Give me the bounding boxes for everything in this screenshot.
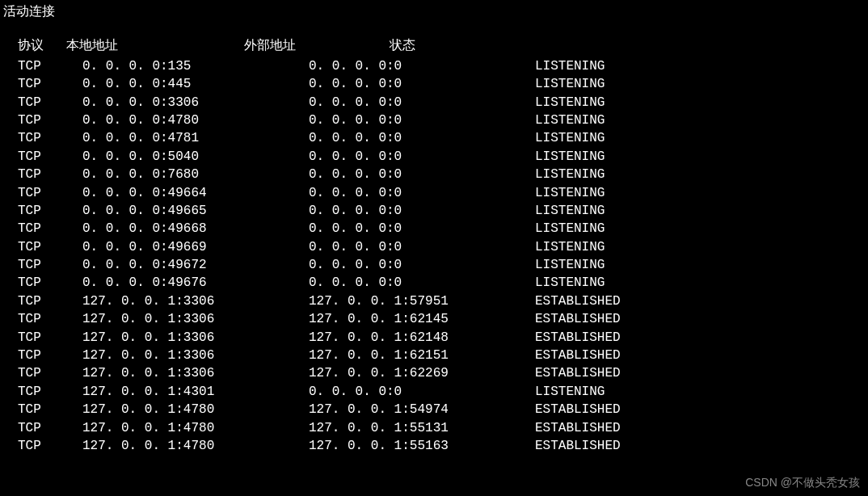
cell-state: ESTABLISHED bbox=[535, 401, 697, 418]
cell-state: LISTENING bbox=[535, 383, 697, 401]
table-row: TCP0. 0. 0. 0:496690. 0. 0. 0:0LISTENING bbox=[2, 238, 866, 256]
cell-protocol: TCP bbox=[18, 57, 82, 75]
cell-protocol: TCP bbox=[18, 75, 82, 93]
table-row: TCP0. 0. 0. 0:33060. 0. 0. 0:0LISTENING bbox=[2, 94, 866, 111]
cell-protocol: TCP bbox=[18, 94, 82, 111]
cell-state: LISTENING bbox=[535, 202, 697, 220]
cell-protocol: TCP bbox=[18, 202, 82, 220]
table-row: TCP127. 0. 0. 1:3306127. 0. 0. 1:62148ES… bbox=[2, 329, 866, 347]
cell-foreign-address: 127. 0. 0. 1:55131 bbox=[309, 419, 535, 437]
cell-protocol: TCP bbox=[18, 256, 82, 274]
cell-foreign-address: 0. 0. 0. 0:0 bbox=[309, 148, 535, 166]
cell-state: LISTENING bbox=[535, 220, 697, 237]
header-protocol: 协议 bbox=[18, 37, 66, 55]
cell-foreign-address: 0. 0. 0. 0:0 bbox=[309, 166, 535, 183]
cell-foreign-address: 0. 0. 0. 0:0 bbox=[309, 220, 535, 237]
cell-local-address: 0. 0. 0. 0:5040 bbox=[82, 148, 309, 166]
table-row: TCP0. 0. 0. 0:496650. 0. 0. 0:0LISTENING bbox=[2, 202, 866, 220]
cell-local-address: 0. 0. 0. 0:4781 bbox=[82, 129, 309, 147]
cell-protocol: TCP bbox=[18, 220, 82, 237]
cell-state: LISTENING bbox=[535, 166, 697, 183]
cell-protocol: TCP bbox=[18, 274, 82, 292]
table-row: TCP0. 0. 0. 0:496640. 0. 0. 0:0LISTENING bbox=[2, 184, 866, 202]
cell-local-address: 127. 0. 0. 1:3306 bbox=[82, 310, 309, 328]
table-row: TCP0. 0. 0. 0:1350. 0. 0. 0:0LISTENING bbox=[2, 57, 866, 75]
table-row: TCP127. 0. 0. 1:4780127. 0. 0. 1:55131ES… bbox=[2, 419, 866, 437]
cell-state: LISTENING bbox=[535, 238, 697, 256]
table-row: TCP127. 0. 0. 1:3306127. 0. 0. 1:62151ES… bbox=[2, 347, 866, 364]
cell-state: ESTABLISHED bbox=[535, 292, 697, 310]
table-row: TCP127. 0. 0. 1:3306127. 0. 0. 1:62145ES… bbox=[2, 310, 866, 328]
cell-state: LISTENING bbox=[535, 111, 697, 129]
cell-protocol: TCP bbox=[18, 383, 82, 401]
cell-foreign-address: 0. 0. 0. 0:0 bbox=[309, 57, 535, 75]
cell-local-address: 127. 0. 0. 1:4780 bbox=[82, 437, 309, 455]
cell-protocol: TCP bbox=[18, 401, 82, 418]
header-state: 状态 bbox=[390, 37, 551, 55]
cell-foreign-address: 0. 0. 0. 0:0 bbox=[309, 129, 535, 147]
cell-foreign-address: 127. 0. 0. 1:62269 bbox=[309, 364, 535, 382]
cell-foreign-address: 0. 0. 0. 0:0 bbox=[309, 238, 535, 256]
table-row: TCP127. 0. 0. 1:4780127. 0. 0. 1:54974ES… bbox=[2, 401, 866, 418]
cell-state: LISTENING bbox=[535, 184, 697, 202]
cell-local-address: 127. 0. 0. 1:3306 bbox=[82, 364, 309, 382]
cell-foreign-address: 0. 0. 0. 0:0 bbox=[309, 111, 535, 129]
table-row: TCP0. 0. 0. 0:47810. 0. 0. 0:0LISTENING bbox=[2, 129, 866, 147]
cell-protocol: TCP bbox=[18, 129, 82, 147]
table-row: TCP127. 0. 0. 1:3306127. 0. 0. 1:57951ES… bbox=[2, 292, 866, 310]
cell-protocol: TCP bbox=[18, 166, 82, 183]
cell-state: LISTENING bbox=[535, 94, 697, 111]
cell-foreign-address: 127. 0. 0. 1:62151 bbox=[309, 347, 535, 364]
cell-foreign-address: 0. 0. 0. 0:0 bbox=[309, 256, 535, 274]
cell-local-address: 0. 0. 0. 0:49665 bbox=[82, 202, 309, 220]
table-row: TCP0. 0. 0. 0:496720. 0. 0. 0:0LISTENING bbox=[2, 256, 866, 274]
cell-protocol: TCP bbox=[18, 111, 82, 129]
cell-protocol: TCP bbox=[18, 148, 82, 166]
cell-local-address: 0. 0. 0. 0:49669 bbox=[82, 238, 309, 256]
cell-local-address: 127. 0. 0. 1:3306 bbox=[82, 329, 309, 347]
table-row: TCP127. 0. 0. 1:43010. 0. 0. 0:0LISTENIN… bbox=[2, 383, 866, 401]
cell-state: LISTENING bbox=[535, 274, 697, 292]
table-header-row: 协议 本地地址 外部地址 状态 bbox=[2, 37, 866, 55]
cell-foreign-address: 0. 0. 0. 0:0 bbox=[309, 202, 535, 220]
cell-local-address: 0. 0. 0. 0:445 bbox=[82, 75, 309, 93]
cell-protocol: TCP bbox=[18, 310, 82, 328]
cell-state: LISTENING bbox=[535, 148, 697, 166]
cell-local-address: 127. 0. 0. 1:3306 bbox=[82, 292, 309, 310]
cell-local-address: 0. 0. 0. 0:135 bbox=[82, 57, 309, 75]
table-row: TCP0. 0. 0. 0:4450. 0. 0. 0:0LISTENING bbox=[2, 75, 866, 93]
cell-foreign-address: 127. 0. 0. 1:62148 bbox=[309, 329, 535, 347]
cell-foreign-address: 127. 0. 0. 1:62145 bbox=[309, 310, 535, 328]
header-foreign-address: 外部地址 bbox=[244, 37, 390, 55]
cell-local-address: 0. 0. 0. 0:49668 bbox=[82, 220, 309, 237]
cell-foreign-address: 0. 0. 0. 0:0 bbox=[309, 274, 535, 292]
cell-foreign-address: 0. 0. 0. 0:0 bbox=[309, 75, 535, 93]
cell-local-address: 0. 0. 0. 0:3306 bbox=[82, 94, 309, 111]
section-title: 活动连接 bbox=[2, 3, 866, 21]
table-row: TCP0. 0. 0. 0:496680. 0. 0. 0:0LISTENING bbox=[2, 220, 866, 237]
cell-local-address: 0. 0. 0. 0:49672 bbox=[82, 256, 309, 274]
cell-protocol: TCP bbox=[18, 364, 82, 382]
cell-local-address: 0. 0. 0. 0:7680 bbox=[82, 166, 309, 183]
cell-protocol: TCP bbox=[18, 347, 82, 364]
cell-foreign-address: 0. 0. 0. 0:0 bbox=[309, 94, 535, 111]
cell-protocol: TCP bbox=[18, 437, 82, 455]
cell-local-address: 0. 0. 0. 0:49676 bbox=[82, 274, 309, 292]
cell-state: ESTABLISHED bbox=[535, 329, 697, 347]
table-row: TCP0. 0. 0. 0:76800. 0. 0. 0:0LISTENING bbox=[2, 166, 866, 183]
table-row: TCP0. 0. 0. 0:496760. 0. 0. 0:0LISTENING bbox=[2, 274, 866, 292]
cell-foreign-address: 0. 0. 0. 0:0 bbox=[309, 383, 535, 401]
cell-state: ESTABLISHED bbox=[535, 310, 697, 328]
cell-protocol: TCP bbox=[18, 238, 82, 256]
cell-state: LISTENING bbox=[535, 129, 697, 147]
connections-table-body: TCP0. 0. 0. 0:1350. 0. 0. 0:0LISTENINGTC… bbox=[2, 57, 866, 456]
table-row: TCP127. 0. 0. 1:3306127. 0. 0. 1:62269ES… bbox=[2, 364, 866, 382]
cell-state: LISTENING bbox=[535, 75, 697, 93]
table-row: TCP0. 0. 0. 0:50400. 0. 0. 0:0LISTENING bbox=[2, 148, 866, 166]
cell-local-address: 127. 0. 0. 1:4780 bbox=[82, 401, 309, 418]
cell-local-address: 0. 0. 0. 0:49664 bbox=[82, 184, 309, 202]
cell-state: ESTABLISHED bbox=[535, 437, 697, 455]
cell-protocol: TCP bbox=[18, 329, 82, 347]
cell-local-address: 0. 0. 0. 0:4780 bbox=[82, 111, 309, 129]
watermark-text: CSDN @不做头秃女孩 bbox=[745, 475, 860, 491]
